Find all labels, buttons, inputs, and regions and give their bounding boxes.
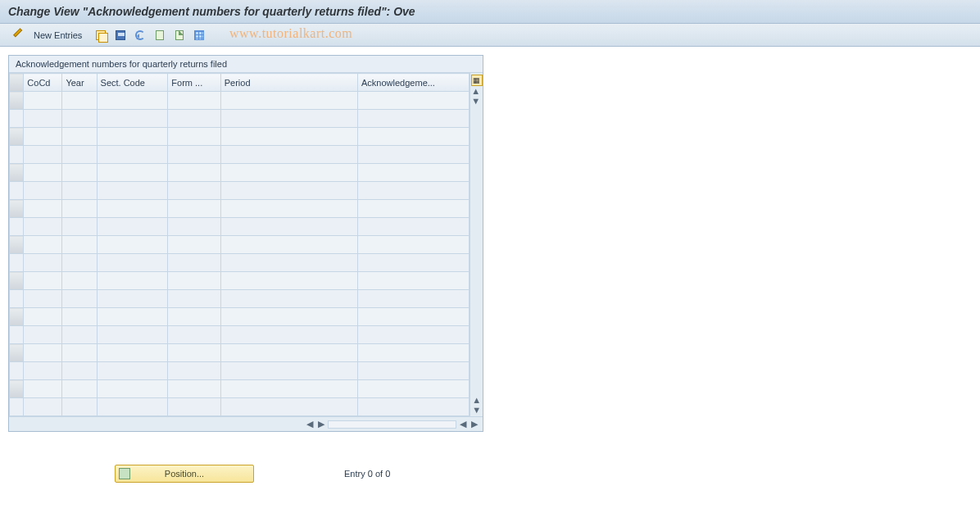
cell[interactable]: [97, 326, 168, 344]
scroll-right-icon[interactable]: ▶: [470, 420, 479, 429]
cell[interactable]: [24, 326, 62, 344]
position-button[interactable]: Position...: [115, 465, 254, 483]
cell[interactable]: [97, 146, 168, 164]
cell[interactable]: [62, 164, 97, 182]
cell[interactable]: [168, 200, 220, 218]
table-row[interactable]: [10, 398, 470, 416]
cell[interactable]: [220, 92, 357, 110]
vertical-scrollbar[interactable]: ▦ ▲ ▼ ▲ ▼: [470, 73, 483, 416]
cell[interactable]: [220, 200, 357, 218]
row-selector[interactable]: [10, 362, 24, 380]
row-selector[interactable]: [10, 236, 24, 254]
cell[interactable]: [62, 398, 97, 416]
scroll-down-step-icon[interactable]: ▼: [471, 96, 481, 106]
cell[interactable]: [97, 344, 168, 362]
scroll-left-icon[interactable]: ◀: [305, 420, 315, 429]
cell[interactable]: [168, 290, 220, 308]
cell[interactable]: [97, 164, 168, 182]
cell[interactable]: [220, 236, 357, 254]
cell[interactable]: [62, 182, 97, 200]
table-row[interactable]: [10, 290, 470, 308]
cell[interactable]: [62, 218, 97, 236]
cell[interactable]: [62, 380, 97, 398]
row-selector[interactable]: [10, 128, 24, 146]
table-row[interactable]: [10, 182, 470, 200]
table-row[interactable]: [10, 362, 470, 380]
cell[interactable]: [168, 362, 220, 380]
col-year[interactable]: Year: [62, 74, 97, 92]
cell[interactable]: [62, 290, 97, 308]
row-selector[interactable]: [10, 146, 24, 164]
table-row[interactable]: [10, 344, 470, 362]
cell[interactable]: [24, 362, 62, 380]
scroll-up-step-icon[interactable]: ▲: [472, 395, 482, 405]
row-selector[interactable]: [10, 164, 24, 182]
cell[interactable]: [358, 290, 470, 308]
cell[interactable]: [358, 398, 470, 416]
cell[interactable]: [24, 308, 62, 326]
cell[interactable]: [62, 236, 97, 254]
table-row[interactable]: [10, 308, 470, 326]
cell[interactable]: [97, 182, 168, 200]
cell[interactable]: [220, 110, 357, 128]
cell[interactable]: [220, 254, 357, 272]
row-selector[interactable]: [10, 92, 24, 110]
cell[interactable]: [358, 326, 470, 344]
cell[interactable]: [62, 254, 97, 272]
save-button[interactable]: [112, 27, 129, 43]
cell[interactable]: [168, 236, 220, 254]
deselect-all-button[interactable]: [171, 27, 188, 43]
cell[interactable]: [24, 344, 62, 362]
cell[interactable]: [97, 308, 168, 326]
cell[interactable]: [358, 362, 470, 380]
cell[interactable]: [358, 128, 470, 146]
cell[interactable]: [358, 92, 470, 110]
cell[interactable]: [220, 128, 357, 146]
cell[interactable]: [220, 182, 357, 200]
toggle-edit-button[interactable]: [7, 27, 23, 43]
cell[interactable]: [358, 164, 470, 182]
cell[interactable]: [24, 164, 62, 182]
table-row[interactable]: [10, 326, 470, 344]
cell[interactable]: [24, 398, 62, 416]
cell[interactable]: [62, 362, 97, 380]
row-selector[interactable]: [10, 380, 24, 398]
cell[interactable]: [97, 380, 168, 398]
row-selector[interactable]: [10, 326, 24, 344]
cell[interactable]: [97, 92, 168, 110]
data-table[interactable]: CoCd Year Sect. Code Form ... Period Ack…: [9, 73, 470, 416]
cell[interactable]: [24, 92, 62, 110]
cell[interactable]: [97, 254, 168, 272]
cell[interactable]: [24, 128, 62, 146]
cell[interactable]: [24, 110, 62, 128]
cell[interactable]: [62, 110, 97, 128]
cell[interactable]: [168, 326, 220, 344]
table-row[interactable]: [10, 110, 470, 128]
cell[interactable]: [358, 182, 470, 200]
cell[interactable]: [168, 272, 220, 290]
new-entries-button[interactable]: New Entries: [26, 28, 89, 43]
cell[interactable]: [97, 236, 168, 254]
table-row[interactable]: [10, 92, 470, 110]
cell[interactable]: [168, 218, 220, 236]
cell[interactable]: [24, 218, 62, 236]
row-selector-header[interactable]: [10, 74, 24, 92]
table-row[interactable]: [10, 254, 470, 272]
cell[interactable]: [62, 200, 97, 218]
cell[interactable]: [24, 236, 62, 254]
row-selector[interactable]: [10, 254, 24, 272]
cell[interactable]: [220, 290, 357, 308]
cell[interactable]: [168, 380, 220, 398]
cell[interactable]: [358, 380, 470, 398]
col-form[interactable]: Form ...: [168, 74, 220, 92]
cell[interactable]: [358, 272, 470, 290]
cell[interactable]: [358, 146, 470, 164]
row-selector[interactable]: [10, 398, 24, 416]
row-selector[interactable]: [10, 272, 24, 290]
table-row[interactable]: [10, 146, 470, 164]
col-sectcode[interactable]: Sect. Code: [97, 74, 168, 92]
cell[interactable]: [62, 344, 97, 362]
cell[interactable]: [358, 236, 470, 254]
cell[interactable]: [62, 308, 97, 326]
col-cocd[interactable]: CoCd: [24, 74, 62, 92]
